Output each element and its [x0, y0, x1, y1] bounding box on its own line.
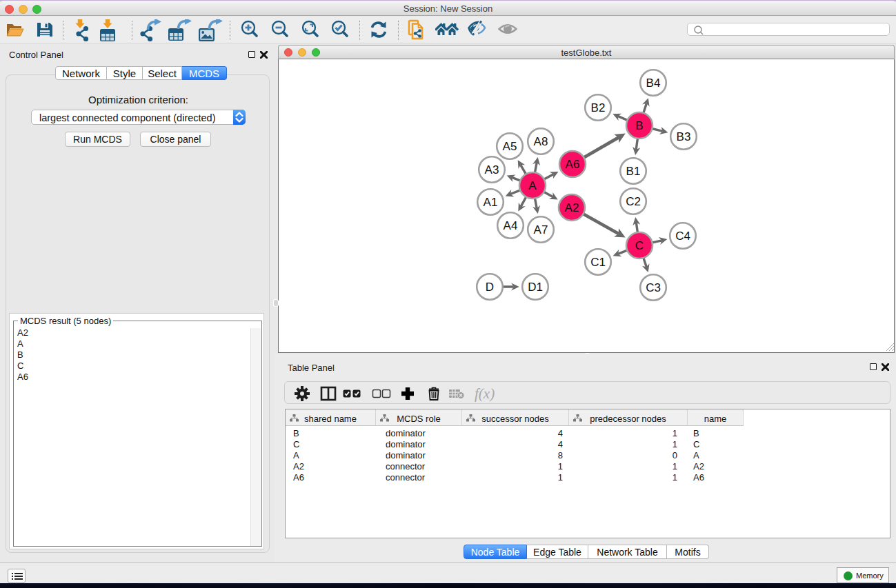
svg-text:C3: C3: [646, 281, 661, 294]
svg-text:B3: B3: [677, 130, 691, 143]
svg-text:B1: B1: [626, 165, 641, 178]
svg-text:A8: A8: [534, 135, 548, 148]
svg-text:C4: C4: [675, 230, 690, 243]
svg-text:C: C: [635, 239, 644, 252]
svg-text:D: D: [486, 281, 494, 294]
svg-text:B2: B2: [591, 101, 606, 114]
svg-text:f(x): f(x): [475, 385, 495, 402]
svg-text:C1: C1: [590, 256, 606, 269]
svg-text:B: B: [635, 119, 643, 132]
svg-text:A: A: [528, 179, 537, 192]
svg-text:A1: A1: [484, 196, 498, 209]
svg-text:A6: A6: [566, 158, 580, 171]
svg-text:D1: D1: [528, 281, 543, 294]
svg-text:A5: A5: [503, 140, 517, 153]
svg-text:B4: B4: [646, 77, 661, 90]
svg-text:A7: A7: [534, 223, 548, 236]
svg-text:A2: A2: [565, 201, 579, 214]
svg-text:A3: A3: [485, 163, 499, 176]
svg-text:A4: A4: [504, 219, 518, 232]
svg-text:C2: C2: [626, 195, 641, 208]
